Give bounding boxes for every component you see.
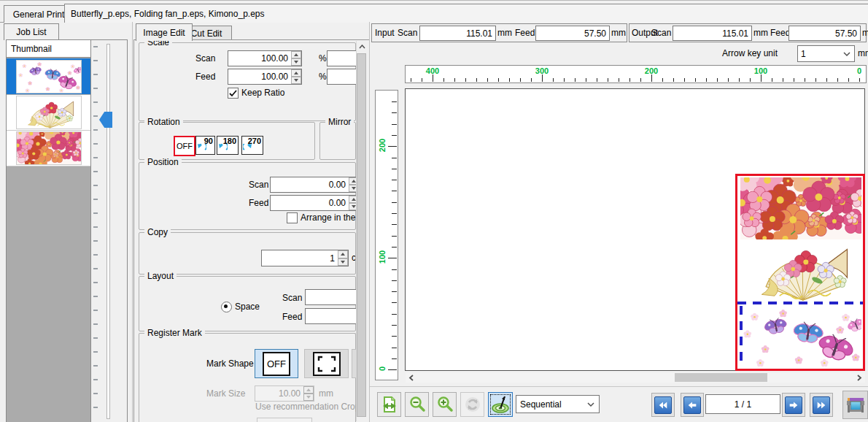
tab-job-list[interactable]: Job List: [4, 23, 59, 40]
canvas-h-scrollbar-thumb[interactable]: [675, 373, 767, 382]
scale-feed-unit: %: [319, 72, 327, 82]
output-scan-field[interactable]: 115.01: [673, 26, 752, 41]
last-page-button[interactable]: [810, 393, 833, 417]
tab-job-list-label: Job List: [16, 27, 46, 37]
scale-feed-spinner[interactable]: [291, 69, 301, 84]
position-feed-label: Feed: [249, 198, 268, 208]
arrow-key-unit-value: 1: [798, 49, 842, 59]
vertical-ruler: 2001000: [375, 90, 398, 380]
v-divider-left: [132, 22, 133, 422]
scroll-right-icon[interactable]: [856, 375, 862, 381]
position-scan-value: 0.00: [271, 180, 349, 190]
jump-to-object-icon: [491, 395, 510, 414]
mark-shape-off-button[interactable]: OFF: [255, 349, 298, 378]
thumbnail-size-slider[interactable]: [91, 40, 125, 422]
preview-image-folding-fan[interactable]: [740, 239, 861, 302]
input-feed-label: Feed: [515, 28, 535, 38]
rotation-group-title: Rotation: [144, 117, 183, 127]
rotation-off-label: OFF: [177, 142, 193, 150]
rotation-off-button[interactable]: OFF: [174, 136, 195, 156]
layout-space-radio[interactable]: [221, 302, 232, 312]
scale-scan-spinner[interactable]: [291, 51, 301, 66]
copy-suffix-label: c: [352, 253, 355, 263]
fit-width-icon: [381, 396, 398, 413]
scale-scan-field[interactable]: 100.00: [228, 50, 302, 66]
tab-general-print[interactable]: General Print: [4, 5, 74, 23]
preview-image-butterfly[interactable]: [740, 307, 861, 367]
scroll-left-icon[interactable]: [408, 375, 414, 381]
preview-image-kimono[interactable]: [740, 177, 861, 239]
output-feed-field[interactable]: 57.50: [788, 26, 861, 41]
fit-width-button[interactable]: [377, 392, 401, 417]
previous-page-button[interactable]: [681, 393, 704, 417]
rotate-cw-icon: [243, 144, 252, 151]
edit-panel-scrollbar[interactable]: [356, 41, 367, 421]
mirror-group: Mirror: [319, 122, 356, 160]
mark-size-field[interactable]: 10.00: [255, 385, 314, 402]
tab-image-edit[interactable]: Image Edit: [136, 23, 193, 41]
page-indicator-field[interactable]: 1 / 1: [705, 394, 780, 414]
keep-ratio-checkbox[interactable]: [228, 88, 239, 99]
rotation-180-button[interactable]: 180: [217, 136, 239, 155]
tab-cut-edit-label: Cut Edit: [191, 28, 222, 39]
rotation-270-button[interactable]: 270: [241, 136, 263, 155]
position-scan-field[interactable]: 0.00: [270, 177, 360, 193]
layout-scan-field[interactable]: [305, 289, 360, 305]
mark-size-label: Mark Size: [206, 388, 245, 399]
arrange-checkbox[interactable]: [287, 212, 298, 223]
scrollbar-thumb[interactable]: [357, 53, 366, 417]
tab-open-files-label: Butterfly_p.eps, Folding fan_p.eps, Kimo…: [71, 9, 265, 19]
slider-handle[interactable]: [99, 112, 112, 128]
input-scan-field[interactable]: 115.01: [419, 26, 496, 41]
refresh-button[interactable]: [460, 392, 484, 417]
scrollbar-up-button[interactable]: [357, 41, 367, 53]
canvas-h-scrollbar[interactable]: [406, 372, 865, 383]
application-window: General Print Butterfly_p.eps, Folding f…: [0, 0, 868, 422]
thumbnail-row-kimono[interactable]: [7, 131, 90, 166]
last-page-icon: [815, 399, 827, 411]
thumbnail-column-header[interactable]: Thumbnail: [7, 40, 90, 58]
scale-scan-mm-field[interactable]: [327, 50, 357, 66]
position-feed-value: 0.00: [271, 198, 349, 208]
zoom-in-icon: [436, 396, 454, 413]
arrow-key-unit-label: Arrow key unit: [722, 48, 778, 58]
scale-scan-value: 100.00: [228, 53, 291, 64]
sort-mode-dropdown[interactable]: Sequential: [516, 395, 600, 413]
tab-open-files[interactable]: Butterfly_p.eps, Folding fan_p.eps, Kimo…: [64, 4, 868, 23]
recommendation-note: Use recommendation Crop: [255, 402, 360, 412]
first-page-icon: [657, 399, 669, 411]
first-page-button[interactable]: [651, 393, 675, 417]
output-scan-value: 115.01: [673, 28, 751, 39]
layout-feed-field[interactable]: [305, 308, 360, 324]
position-feed-field[interactable]: 0.00: [270, 195, 360, 211]
zoom-out-button[interactable]: [405, 392, 429, 417]
thumbnail-row-butterfly[interactable]: [7, 58, 90, 94]
scale-feed-mm-field[interactable]: [327, 69, 357, 85]
zoom-in-button[interactable]: [433, 392, 457, 417]
printer-view-button[interactable]: [842, 391, 868, 419]
next-page-button[interactable]: [782, 393, 805, 417]
scale-scan-label: Scan: [195, 53, 215, 64]
job-group-preview[interactable]: [735, 174, 865, 371]
previous-page-icon: [686, 399, 698, 411]
layout-space-label: Space: [235, 302, 260, 312]
mark-shape-crop-button[interactable]: [304, 349, 349, 378]
copy-count-spinner[interactable]: [338, 250, 348, 266]
arrow-key-unit-dropdown[interactable]: 1: [797, 45, 855, 62]
copy-group-title: Copy: [144, 227, 171, 237]
selection-dash-top: [737, 302, 863, 304]
mark-shape-off-inner: OFF: [263, 352, 290, 376]
input-feed-unit: mm: [611, 28, 626, 38]
thumbnail-row-folding-fan[interactable]: [7, 95, 90, 131]
tab-general-print-label: General Print: [13, 9, 65, 20]
input-feed-field[interactable]: 57.50: [535, 26, 610, 41]
sort-mode-value: Sequential: [516, 399, 586, 410]
jump-to-object-button[interactable]: [488, 392, 513, 417]
scale-feed-field[interactable]: 100.00: [228, 69, 302, 85]
output-feed-unit: mm: [862, 28, 868, 38]
copy-count-field[interactable]: 1: [261, 250, 349, 266]
check-icon: [228, 88, 238, 98]
register-mark-group-title: Register Mark: [144, 328, 205, 338]
layout-scan-label: Scan: [282, 293, 302, 303]
rotation-90-button[interactable]: 90: [195, 136, 215, 155]
